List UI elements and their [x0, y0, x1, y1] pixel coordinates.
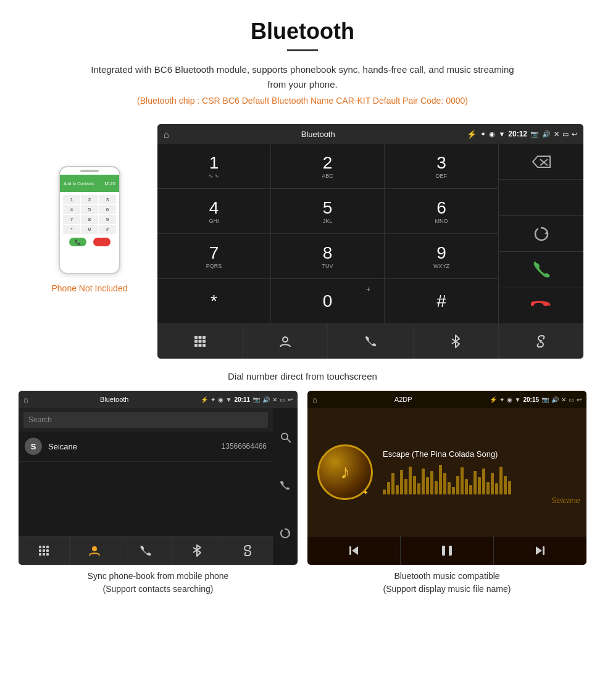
pb-home-icon[interactable]: ⌂: [23, 395, 28, 404]
svg-rect-21: [46, 553, 49, 556]
pb-bt-icon: ✦: [211, 396, 215, 403]
dial-empty-cell-1: [499, 180, 583, 215]
music-status-bar: ⌂ A2DP ⚡ ✦ ◉ ▼ 20:15 📷 🔊 ✕ ▭ ↩: [307, 391, 586, 408]
dial-row-1: 1 ∿∿ 2 ABC 3 DEF: [157, 144, 498, 189]
pb-contact-row[interactable]: S Seicane 13566664466: [19, 431, 273, 462]
contacts-tab[interactable]: [243, 324, 328, 359]
svg-rect-14: [43, 546, 45, 548]
music-prev-button[interactable]: [307, 536, 401, 565]
phone-not-included-label: Phone Not Included: [52, 283, 128, 293]
phone-key: 7: [63, 215, 80, 224]
dial-key-8[interactable]: 8 TUV: [271, 234, 385, 278]
pb-link-tab[interactable]: [222, 536, 273, 565]
dial-call-button[interactable]: [499, 252, 583, 288]
phone-key: #: [99, 225, 116, 234]
dial-delete-button[interactable]: [499, 144, 583, 180]
viz-bar: [452, 487, 455, 494]
phone-key: *: [63, 225, 80, 234]
dial-key-4[interactable]: 4 GHI: [157, 189, 271, 233]
page-title: Bluetooth: [12, 19, 593, 44]
dialpad-tab[interactable]: [157, 324, 243, 359]
music-block: ⌂ A2DP ⚡ ✦ ◉ ▼ 20:15 📷 🔊 ✕ ▭ ↩ ♪ ✦: [307, 391, 586, 598]
svg-rect-4: [198, 336, 201, 339]
dial-key-6[interactable]: 6 MNO: [385, 189, 498, 233]
phone-body: Add to Contacts M:20 1 2 3 4 5 6 7 8 9 *: [59, 166, 120, 274]
viz-bar: [465, 479, 468, 494]
pb-call-icon[interactable]: [280, 480, 291, 493]
close-icon[interactable]: ✕: [554, 130, 559, 138]
dial-key-hash[interactable]: #: [385, 279, 498, 323]
dial-end-button[interactable]: [499, 288, 583, 323]
dial-key-9[interactable]: 9 WXYZ: [385, 234, 498, 278]
pb-contacts-tab[interactable]: [70, 536, 121, 565]
home-icon[interactable]: ⌂: [164, 129, 169, 140]
viz-bar: [508, 481, 511, 494]
dial-key-7[interactable]: 7 PQRS: [157, 234, 271, 278]
bluetooth-tab[interactable]: [414, 324, 499, 359]
viz-bar: [430, 471, 433, 494]
music-home-icon[interactable]: ⌂: [312, 395, 317, 404]
svg-rect-8: [202, 340, 206, 343]
dial-key-0[interactable]: 0 +: [271, 279, 385, 323]
phone-key: 9: [99, 215, 116, 224]
svg-point-22: [92, 546, 97, 551]
dial-bottom-nav: [157, 323, 583, 359]
pb-vol-icon[interactable]: 🔊: [262, 396, 270, 403]
dial-row-2: 4 GHI 5 JKL 6 MNO: [157, 189, 498, 234]
music-note-icon: ♪: [340, 460, 350, 483]
dial-key-5[interactable]: 5 JKL: [271, 189, 385, 233]
pb-contact-name: Seicane: [48, 442, 215, 451]
pb-x-icon[interactable]: ✕: [272, 396, 277, 403]
svg-rect-27: [349, 546, 351, 555]
phone-key: 5: [81, 205, 98, 214]
pb-refresh-icon[interactable]: [280, 528, 291, 541]
svg-marker-26: [352, 546, 358, 555]
svg-rect-20: [43, 553, 45, 556]
pb-back-icon[interactable]: ↩: [288, 396, 293, 403]
back-icon[interactable]: ↩: [572, 130, 577, 138]
svg-rect-7: [198, 340, 201, 343]
dial-caption: Dial number direct from touchscreen: [0, 365, 605, 391]
pb-time: 20:11: [234, 396, 250, 403]
music-play-pause-button[interactable]: [401, 536, 494, 565]
music-win-icon: ▭: [569, 396, 574, 403]
music-time: 20:15: [523, 396, 539, 403]
volume-icon[interactable]: 🔊: [542, 130, 551, 138]
svg-line-24: [287, 439, 290, 442]
dial-refresh-button[interactable]: [499, 216, 583, 252]
phone-tab[interactable]: [328, 324, 413, 359]
main-section: Add to Contacts M:20 1 2 3 4 5 6 7 8 9 *: [0, 124, 605, 365]
phone-end-button: [93, 238, 111, 246]
dial-key-star[interactable]: *: [157, 279, 271, 323]
viz-bar: [400, 470, 403, 494]
music-controls: [307, 536, 586, 565]
pb-title: Bluetooth: [31, 396, 198, 403]
pb-content-area: Search S Seicane 13566664466: [19, 408, 298, 565]
phonebook-block: ⌂ Bluetooth ⚡ ✦ ◉ ▼ 20:11 📷 🔊 ✕ ▭ ↩ S: [19, 391, 298, 598]
pb-phone-tab[interactable]: [120, 536, 172, 565]
phone-key: 1: [63, 195, 80, 204]
pb-dialpad-tab[interactable]: [19, 536, 70, 565]
pb-search-icon[interactable]: [280, 431, 291, 445]
album-art: ♪ ✦: [317, 444, 373, 500]
svg-rect-10: [198, 344, 201, 347]
viz-bar: [426, 477, 429, 494]
music-cam-icon: 📷: [541, 396, 549, 403]
music-back-icon[interactable]: ↩: [577, 396, 582, 403]
dial-key-3[interactable]: 3 DEF: [385, 144, 498, 188]
dial-key-2[interactable]: 2 ABC: [271, 144, 385, 188]
phone-aside: Add to Contacts M:20 1 2 3 4 5 6 7 8 9 *: [22, 124, 157, 293]
link-tab[interactable]: [499, 324, 583, 359]
phone-screen-top: Add to Contacts M:20: [60, 175, 119, 192]
viz-bar: [387, 482, 390, 494]
dial-row-4: * 0 + #: [157, 279, 498, 323]
music-caption: Bluetooth music compatible(Support displ…: [307, 565, 586, 598]
music-content: ♪ ✦ Escape (The Pina Colada Song) Seican…: [307, 408, 586, 536]
pb-right-icons: [273, 408, 298, 565]
pb-search-box[interactable]: Search: [23, 412, 268, 428]
dial-key-1[interactable]: 1 ∿∿: [157, 144, 271, 188]
music-next-button[interactable]: [494, 536, 586, 565]
music-vol-icon[interactable]: 🔊: [551, 396, 559, 403]
pb-bt-tab[interactable]: [172, 536, 223, 565]
music-x-icon[interactable]: ✕: [561, 396, 566, 403]
